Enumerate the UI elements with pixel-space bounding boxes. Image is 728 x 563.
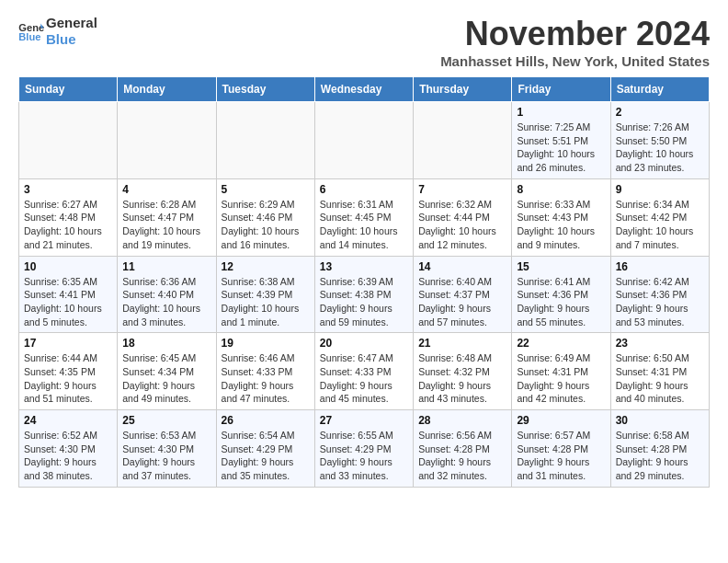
day-header-monday: Monday (118, 77, 216, 102)
calendar-cell: 15Sunrise: 6:41 AM Sunset: 4:36 PM Dayli… (512, 256, 610, 333)
calendar-cell: 14Sunrise: 6:40 AM Sunset: 4:37 PM Dayli… (414, 256, 512, 333)
title-area: November 2024 Manhasset Hills, New York,… (440, 15, 710, 69)
day-info: Sunrise: 6:53 AM Sunset: 4:30 PM Dayligh… (122, 429, 210, 483)
day-number: 8 (517, 183, 605, 196)
day-number: 2 (616, 106, 704, 119)
day-info: Sunrise: 6:28 AM Sunset: 4:47 PM Dayligh… (122, 198, 210, 252)
day-number: 28 (418, 414, 506, 427)
day-number: 5 (222, 183, 310, 196)
day-number: 29 (517, 414, 605, 427)
calendar-cell (216, 102, 314, 179)
location-title: Manhasset Hills, New York, United States (440, 53, 710, 69)
day-header-wednesday: Wednesday (314, 77, 413, 102)
day-number: 4 (122, 183, 210, 196)
day-info: Sunrise: 6:50 AM Sunset: 4:31 PM Dayligh… (616, 351, 704, 406)
calendar-cell: 9Sunrise: 6:34 AM Sunset: 4:42 PM Daylig… (610, 178, 709, 256)
month-title: November 2024 (440, 15, 710, 53)
calendar-cell: 6Sunrise: 6:31 AM Sunset: 4:45 PM Daylig… (314, 178, 413, 256)
day-number: 27 (320, 414, 408, 427)
day-info: Sunrise: 6:40 AM Sunset: 4:37 PM Dayligh… (418, 275, 506, 329)
day-info: Sunrise: 6:46 AM Sunset: 4:33 PM Dayligh… (222, 351, 310, 406)
calendar-cell (118, 102, 216, 179)
day-info: Sunrise: 6:31 AM Sunset: 4:45 PM Dayligh… (320, 198, 408, 252)
day-header-saturday: Saturday (610, 77, 709, 102)
header: General Blue General Blue November 2024 … (18, 15, 710, 69)
day-number: 17 (24, 337, 112, 350)
day-number: 23 (616, 337, 704, 350)
calendar-cell: 5Sunrise: 6:29 AM Sunset: 4:46 PM Daylig… (216, 178, 314, 256)
day-info: Sunrise: 6:35 AM Sunset: 4:41 PM Dayligh… (24, 275, 112, 329)
logo: General Blue General Blue (18, 15, 97, 48)
calendar-cell: 16Sunrise: 6:42 AM Sunset: 4:36 PM Dayli… (610, 256, 709, 333)
day-number: 20 (320, 337, 408, 350)
calendar-week-row: 3Sunrise: 6:27 AM Sunset: 4:48 PM Daylig… (19, 178, 710, 256)
day-info: Sunrise: 6:41 AM Sunset: 4:36 PM Dayligh… (517, 275, 605, 329)
logo-icon: General Blue (18, 20, 44, 42)
day-number: 19 (222, 337, 310, 350)
day-number: 30 (616, 414, 704, 427)
day-number: 13 (320, 260, 408, 273)
day-number: 25 (122, 414, 210, 427)
logo-blue: Blue (46, 31, 97, 48)
day-header-thursday: Thursday (414, 77, 512, 102)
calendar-cell: 26Sunrise: 6:54 AM Sunset: 4:29 PM Dayli… (216, 410, 314, 488)
day-info: Sunrise: 6:58 AM Sunset: 4:28 PM Dayligh… (616, 429, 704, 483)
day-number: 22 (517, 337, 605, 350)
day-number: 11 (122, 260, 210, 273)
calendar-cell: 25Sunrise: 6:53 AM Sunset: 4:30 PM Dayli… (118, 410, 216, 488)
day-info: Sunrise: 6:47 AM Sunset: 4:33 PM Dayligh… (320, 351, 408, 406)
calendar-cell: 18Sunrise: 6:45 AM Sunset: 4:34 PM Dayli… (118, 333, 216, 410)
day-info: Sunrise: 6:42 AM Sunset: 4:36 PM Dayligh… (616, 275, 704, 329)
day-info: Sunrise: 6:48 AM Sunset: 4:32 PM Dayligh… (418, 351, 506, 406)
calendar-cell (414, 102, 512, 179)
calendar-body: 1Sunrise: 7:25 AM Sunset: 5:51 PM Daylig… (19, 102, 710, 488)
calendar-cell: 1Sunrise: 7:25 AM Sunset: 5:51 PM Daylig… (512, 102, 610, 179)
day-info: Sunrise: 6:57 AM Sunset: 4:28 PM Dayligh… (517, 429, 605, 483)
day-number: 18 (122, 337, 210, 350)
calendar-week-row: 10Sunrise: 6:35 AM Sunset: 4:41 PM Dayli… (19, 256, 710, 333)
calendar-week-row: 17Sunrise: 6:44 AM Sunset: 4:35 PM Dayli… (19, 333, 710, 410)
day-info: Sunrise: 6:32 AM Sunset: 4:44 PM Dayligh… (418, 198, 506, 252)
day-info: Sunrise: 6:52 AM Sunset: 4:30 PM Dayligh… (24, 429, 112, 483)
calendar-cell: 22Sunrise: 6:49 AM Sunset: 4:31 PM Dayli… (512, 333, 610, 410)
day-info: Sunrise: 7:26 AM Sunset: 5:50 PM Dayligh… (616, 121, 704, 175)
day-info: Sunrise: 6:49 AM Sunset: 4:31 PM Dayligh… (517, 351, 605, 406)
day-info: Sunrise: 6:55 AM Sunset: 4:29 PM Dayligh… (320, 429, 408, 483)
svg-text:Blue: Blue (18, 31, 40, 42)
day-info: Sunrise: 6:54 AM Sunset: 4:29 PM Dayligh… (222, 429, 310, 483)
calendar-cell: 23Sunrise: 6:50 AM Sunset: 4:31 PM Dayli… (610, 333, 709, 410)
day-header-friday: Friday (512, 77, 610, 102)
day-info: Sunrise: 6:29 AM Sunset: 4:46 PM Dayligh… (222, 198, 310, 252)
calendar-cell: 27Sunrise: 6:55 AM Sunset: 4:29 PM Dayli… (314, 410, 413, 488)
day-info: Sunrise: 6:27 AM Sunset: 4:48 PM Dayligh… (24, 198, 112, 252)
day-number: 6 (320, 183, 408, 196)
calendar-header-row: SundayMondayTuesdayWednesdayThursdayFrid… (19, 77, 710, 102)
day-info: Sunrise: 6:36 AM Sunset: 4:40 PM Dayligh… (122, 275, 210, 329)
calendar-cell: 21Sunrise: 6:48 AM Sunset: 4:32 PM Dayli… (414, 333, 512, 410)
day-header-tuesday: Tuesday (216, 77, 314, 102)
calendar-cell: 4Sunrise: 6:28 AM Sunset: 4:47 PM Daylig… (118, 178, 216, 256)
calendar-cell: 24Sunrise: 6:52 AM Sunset: 4:30 PM Dayli… (19, 410, 118, 488)
calendar-cell: 17Sunrise: 6:44 AM Sunset: 4:35 PM Dayli… (19, 333, 118, 410)
calendar-cell: 7Sunrise: 6:32 AM Sunset: 4:44 PM Daylig… (414, 178, 512, 256)
day-info: Sunrise: 6:34 AM Sunset: 4:42 PM Dayligh… (616, 198, 704, 252)
calendar-cell: 11Sunrise: 6:36 AM Sunset: 4:40 PM Dayli… (118, 256, 216, 333)
calendar-cell: 29Sunrise: 6:57 AM Sunset: 4:28 PM Dayli… (512, 410, 610, 488)
calendar-cell: 10Sunrise: 6:35 AM Sunset: 4:41 PM Dayli… (19, 256, 118, 333)
day-header-sunday: Sunday (19, 77, 118, 102)
day-info: Sunrise: 7:25 AM Sunset: 5:51 PM Dayligh… (517, 121, 605, 175)
day-number: 12 (222, 260, 310, 273)
day-info: Sunrise: 6:33 AM Sunset: 4:43 PM Dayligh… (517, 198, 605, 252)
day-number: 1 (517, 106, 605, 119)
calendar-cell: 20Sunrise: 6:47 AM Sunset: 4:33 PM Dayli… (314, 333, 413, 410)
calendar-cell: 8Sunrise: 6:33 AM Sunset: 4:43 PM Daylig… (512, 178, 610, 256)
day-number: 15 (517, 260, 605, 273)
day-number: 16 (616, 260, 704, 273)
calendar-cell: 12Sunrise: 6:38 AM Sunset: 4:39 PM Dayli… (216, 256, 314, 333)
day-info: Sunrise: 6:44 AM Sunset: 4:35 PM Dayligh… (24, 351, 112, 406)
day-number: 9 (616, 183, 704, 196)
calendar-cell: 28Sunrise: 6:56 AM Sunset: 4:28 PM Dayli… (414, 410, 512, 488)
day-number: 24 (24, 414, 112, 427)
calendar-cell: 13Sunrise: 6:39 AM Sunset: 4:38 PM Dayli… (314, 256, 413, 333)
day-number: 10 (24, 260, 112, 273)
